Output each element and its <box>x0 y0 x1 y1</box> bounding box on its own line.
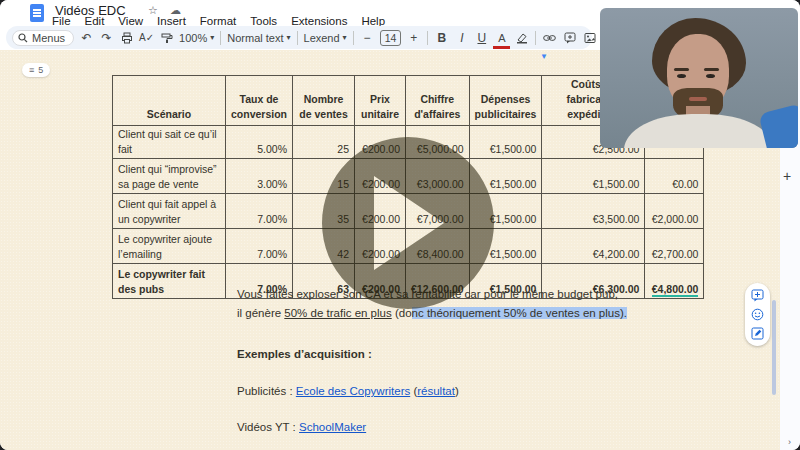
webcam-person-eye <box>706 74 715 78</box>
webcam-person-shirt <box>624 114 774 148</box>
webcam-person-mouth <box>689 97 707 101</box>
webcam-chair <box>758 103 798 148</box>
video-frame: Vidéos EDC ☆ ☁ File Edit View Insert For… <box>0 0 800 450</box>
webcam-person-eye <box>677 74 686 78</box>
play-icon <box>322 137 494 309</box>
webcam-person-brow <box>704 68 719 71</box>
webcam-person-brow <box>674 68 689 71</box>
webcam-overlay <box>600 8 798 148</box>
